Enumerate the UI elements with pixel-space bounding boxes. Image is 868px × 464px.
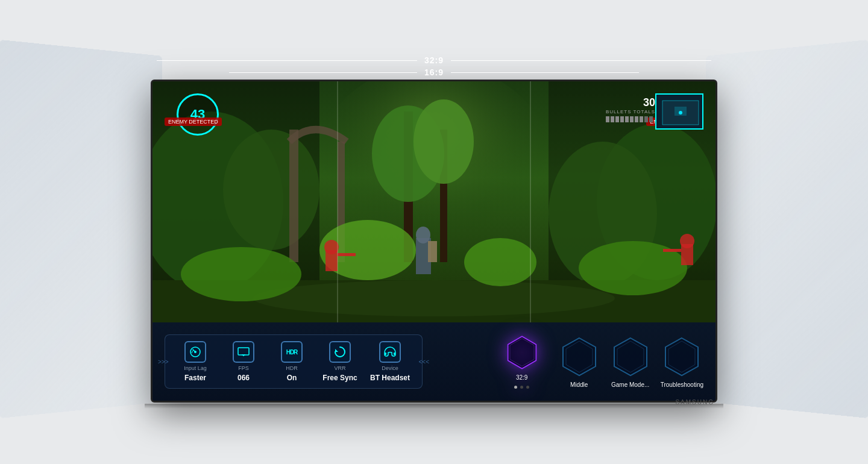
samsung-logo: SAMSUNG [675,399,714,403]
hex-gamemode-label: Game Mode... [611,381,649,388]
line-right-16 [451,72,639,73]
hex-svg-troubleshooting [661,336,703,378]
glass-panel-right [706,40,868,418]
aspect-32-line: 32:9 [157,55,711,65]
svg-rect-29 [663,249,681,252]
refresh-icon [333,345,347,359]
fps-icon [233,341,254,363]
hex-svg-gamemode [609,336,652,378]
tv-stand [145,404,723,409]
menu-icon-gamemode[interactable]: Game Mode... [609,336,652,388]
aspect-16-line: 16:9 [229,67,640,77]
line-left-16 [229,72,417,73]
stat-vrr[interactable]: VRR Free Sync [322,341,358,382]
tv-frame: 43 ENEMY DETECTED ENEMY DETECTED 30 BULL… [151,80,717,403]
aspect-32-label: 32:9 [417,55,451,65]
speedometer-icon [189,346,201,358]
stat-input-lag-value: Faster [184,374,206,382]
stat-fps-label: FPS [238,365,249,371]
stat-device-value: BT Headset [370,374,410,382]
svg-point-16 [253,280,615,316]
hex-shape-gamemode [609,336,652,378]
svg-point-21 [464,238,536,286]
stats-panel: Input Lag Faster FPS 066 [165,334,423,389]
stat-vrr-value: Free Sync [322,374,357,382]
hex-svg-middle [558,336,600,378]
svg-marker-52 [563,338,596,375]
tv-container: 32:9 16:9 [145,55,723,409]
hex-svg-329 [495,334,549,371]
dot-2 [520,386,523,389]
svg-point-12 [414,99,474,184]
svg-point-28 [680,234,694,248]
stat-vrr-label: VRR [334,365,345,371]
svg-point-18 [416,227,430,243]
hex-329-label: 32:9 [516,374,527,381]
game-bar: Input Lag Faster FPS 066 [153,322,715,401]
svg-rect-19 [428,241,437,262]
device-icon [379,341,401,363]
line-left-32 [157,60,417,61]
aspect-16-label: 16:9 [417,67,451,77]
stat-fps-value: 066 [237,374,250,382]
svg-point-37 [194,351,197,353]
hex-shape-middle [558,336,600,378]
input-lag-icon [184,341,206,363]
headset-icon [383,346,397,358]
dot-1 [514,386,517,389]
stat-fps[interactable]: FPS 066 [225,341,262,382]
line-right-32 [451,60,711,61]
icons-panel: 32:9 [495,334,703,389]
menu-icon-troubleshooting[interactable]: Troubleshooting [661,336,703,388]
vrr-icon [329,341,351,363]
dot-3 [526,386,529,389]
stat-input-lag-label: Input Lag [184,365,207,371]
stat-hdr-value: On [287,374,297,382]
svg-marker-41 [335,349,338,352]
menu-icon-329[interactable]: 32:9 [495,334,549,389]
hex-shape-troubleshooting [661,336,703,378]
svg-point-25 [324,240,339,254]
game-background [153,81,715,322]
stat-hdr[interactable]: HDR HDR On [274,341,310,382]
svg-rect-43 [385,353,386,355]
stat-device-label: Device [382,365,398,371]
stat-input-lag[interactable]: Input Lag Faster [177,341,213,382]
hex-329-dots [514,386,529,389]
monitor-icon [237,347,250,357]
hex-middle-label: Middle [570,381,588,388]
svg-point-6 [223,130,319,250]
svg-rect-26 [338,253,356,256]
game-screen: 43 ENEMY DETECTED ENEMY DETECTED 30 BULL… [153,81,715,322]
svg-marker-62 [665,338,698,375]
glass-panel-left [0,40,162,418]
svg-marker-59 [614,338,647,375]
stat-device[interactable]: Device BT Headset [370,341,410,382]
aspect-ratio-labels: 32:9 16:9 [157,55,711,77]
hex-shape-329 [495,334,549,371]
svg-point-22 [181,247,301,301]
svg-rect-42 [394,353,395,355]
hdr-icon: HDR [281,341,303,363]
svg-rect-13 [289,130,298,262]
menu-icon-middle[interactable]: Middle [558,336,600,388]
svg-rect-38 [238,348,249,355]
hex-troubleshooting-label: Troubleshooting [661,381,703,388]
stat-hdr-label: HDR [286,365,298,371]
